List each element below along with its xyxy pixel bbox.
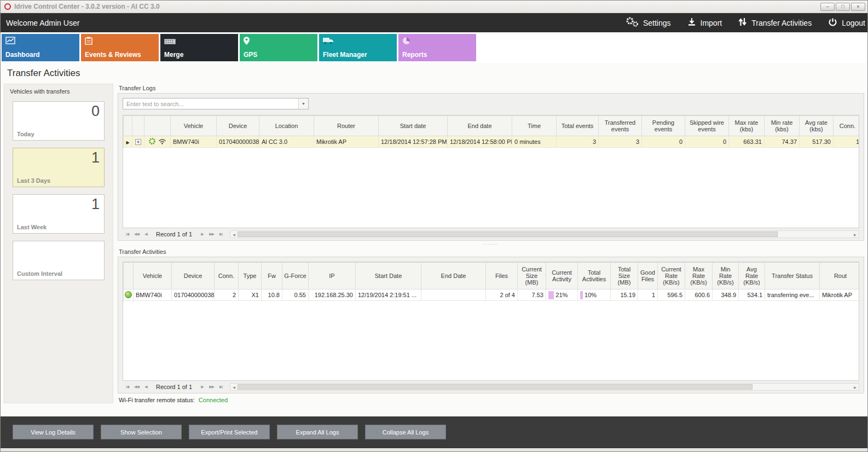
- acts-header-vehicle[interactable]: Vehicle: [134, 263, 172, 289]
- last-record-button[interactable]: ▶|: [216, 383, 225, 391]
- acts-header-transfer-status[interactable]: Transfer Status: [765, 263, 820, 289]
- logs-header-time[interactable]: Time: [512, 116, 557, 136]
- import-button[interactable]: Import: [687, 18, 722, 28]
- tile-merge[interactable]: Merge: [160, 34, 238, 61]
- prev-record-button[interactable]: ◀: [141, 230, 151, 238]
- logs-header-pending-events[interactable]: Pending events: [642, 116, 685, 136]
- tile-gps[interactable]: GPS: [240, 34, 317, 61]
- first-record-button[interactable]: |◀: [123, 230, 132, 238]
- acts-header-gforce[interactable]: G-Force: [282, 263, 309, 289]
- acts-header-avg-rate[interactable]: Avg Rate (KB/s): [739, 263, 765, 289]
- tile-reports[interactable]: Reports: [398, 34, 476, 61]
- transfer-logs-row[interactable]: ▶ + BMW740i 017040000038: [124, 136, 860, 148]
- gears-icon: [625, 16, 639, 29]
- logs-header-total-events[interactable]: Total events: [557, 116, 599, 136]
- tile-events-reviews[interactable]: Events & Reviews: [81, 34, 159, 61]
- scroll-left-icon[interactable]: ◀: [230, 233, 238, 236]
- transfer-activities-row[interactable]: BMW740i 017040000038 2 X1 10.8 0.55 192.…: [124, 289, 860, 301]
- acts-header-conn[interactable]: Conn.: [215, 263, 239, 289]
- logs-header-skipped-wire-events[interactable]: Skipped wire events: [685, 116, 729, 136]
- logs-header-location[interactable]: Location: [259, 116, 314, 136]
- prev-page-button[interactable]: ◀◀: [132, 383, 141, 391]
- acts-header-good-files[interactable]: Good Files: [638, 263, 658, 289]
- acts-header-fw[interactable]: Fw: [262, 263, 282, 289]
- acts-header-start-date[interactable]: Start Date: [356, 263, 421, 289]
- acts-header-current-size[interactable]: Current Size (MB): [518, 263, 546, 289]
- logs-header-avg-rate[interactable]: Avg rate (kbs): [800, 116, 834, 136]
- cell-min-rate: 74.37: [765, 136, 800, 148]
- prev-record-button[interactable]: ◀: [141, 383, 151, 391]
- power-icon: [828, 18, 837, 28]
- logs-header-conn[interactable]: Conn.: [834, 116, 860, 136]
- next-record-button[interactable]: ▶: [198, 230, 207, 238]
- logs-scrollbar-thumb[interactable]: [238, 231, 778, 237]
- tile-events-reviews-label: Events & Reviews: [85, 51, 141, 59]
- view-log-details-button[interactable]: View Log Details: [13, 425, 94, 439]
- show-selection-button[interactable]: Show Selection: [101, 425, 182, 439]
- card-custom-interval[interactable]: Custom Interval: [13, 241, 105, 280]
- acts-header-device[interactable]: Device: [172, 263, 215, 289]
- acts-header-total-size[interactable]: Total Size (MB): [611, 263, 638, 289]
- acts-header-router[interactable]: Rout: [820, 263, 860, 289]
- collapse-all-logs-button[interactable]: Collapse All Logs: [365, 425, 446, 439]
- acts-header-current-activity[interactable]: Current Activity: [546, 263, 578, 289]
- first-record-button[interactable]: |◀: [123, 383, 132, 391]
- next-page-button[interactable]: ▶▶: [207, 383, 216, 391]
- expand-row-icon[interactable]: +: [135, 139, 141, 145]
- logs-header-device[interactable]: Device: [217, 116, 259, 136]
- tile-dashboard[interactable]: Dashboard: [2, 34, 79, 61]
- search-dropdown-button[interactable]: ▼: [298, 98, 308, 109]
- cell-location: Al CC 3.0: [259, 136, 314, 148]
- tile-fleet-manager[interactable]: Fleet Manager: [319, 34, 397, 61]
- acts-header-files[interactable]: Files: [486, 263, 518, 289]
- acts-header-max-rate[interactable]: Max Rate (KB/s): [685, 263, 713, 289]
- page-title: Transfer Activities: [1, 63, 867, 83]
- logout-label: Logout: [842, 19, 865, 27]
- acts-header-ip[interactable]: IP: [309, 263, 356, 289]
- settings-button[interactable]: Settings: [625, 16, 671, 29]
- card-last-3-days[interactable]: 1 Last 3 Days: [13, 148, 105, 187]
- transfer-activities-button[interactable]: Transfer Activities: [738, 18, 812, 28]
- prev-page-button[interactable]: ◀◀: [132, 230, 141, 238]
- app-window: Idrive Control Center - 3.0.2 version - …: [0, 0, 868, 452]
- logs-horizontal-scrollbar[interactable]: ◀ ▶: [230, 230, 859, 238]
- logs-header-end-date[interactable]: End date: [448, 116, 512, 136]
- export-print-selected-button[interactable]: Export/Print Selected: [189, 425, 270, 439]
- card-today[interactable]: 0 Today: [13, 101, 105, 141]
- minimize-button[interactable]: –: [820, 3, 835, 11]
- last-record-button[interactable]: ▶|: [216, 230, 225, 238]
- content: Vehicles with transfers 0 Today 1 Last 3…: [1, 83, 867, 416]
- cell-device: 017040000038: [217, 136, 259, 148]
- logs-header-min-rate[interactable]: Min rate (kbs): [765, 116, 800, 136]
- logs-header-vehicle[interactable]: Vehicle: [171, 116, 217, 136]
- logs-header-router[interactable]: Router: [314, 116, 379, 136]
- maximize-button[interactable]: □: [836, 3, 850, 11]
- next-record-button[interactable]: ▶: [198, 383, 207, 391]
- logout-button[interactable]: Logout: [828, 18, 865, 28]
- scroll-right-icon[interactable]: ▶: [852, 385, 859, 389]
- cell-gforce: 0.55: [282, 289, 309, 301]
- logs-header-transferred-events[interactable]: Transferred events: [599, 116, 642, 136]
- logs-header-start-date[interactable]: Start date: [379, 116, 448, 136]
- acts-horizontal-scrollbar[interactable]: ◀ ▶: [230, 383, 859, 391]
- next-page-button[interactable]: ▶▶: [207, 230, 216, 238]
- logs-record-navigator: |◀ ◀◀ ◀ Record 1 of 1 ▶ ▶▶ ▶| ◀ ▶: [123, 228, 859, 239]
- cell-end-date: [421, 289, 486, 301]
- logs-header-max-rate[interactable]: Max rate (kbs): [729, 116, 765, 136]
- card-last-week[interactable]: 1 Last Week: [13, 194, 105, 234]
- acts-header-end-date[interactable]: End Date: [421, 263, 486, 289]
- scroll-left-icon[interactable]: ◀: [230, 385, 238, 389]
- search-combo: ▼: [123, 98, 309, 109]
- acts-header-current-rate[interactable]: Current Rate (KB/s): [658, 263, 685, 289]
- import-label: Import: [701, 19, 722, 27]
- close-button[interactable]: ×: [851, 3, 865, 11]
- scroll-right-icon[interactable]: ▶: [852, 233, 859, 236]
- acts-header-total-activities[interactable]: Total Activities: [578, 263, 611, 289]
- search-input[interactable]: [123, 98, 298, 109]
- panel-splitter[interactable]: ·······: [118, 241, 864, 247]
- expand-all-logs-button[interactable]: Expand All Logs: [277, 425, 358, 439]
- cell-good-files: 1: [638, 289, 658, 301]
- acts-header-min-rate[interactable]: Min Rate (KB/s): [713, 263, 739, 289]
- acts-scrollbar-thumb[interactable]: [238, 384, 753, 390]
- acts-header-type[interactable]: Type: [239, 263, 262, 289]
